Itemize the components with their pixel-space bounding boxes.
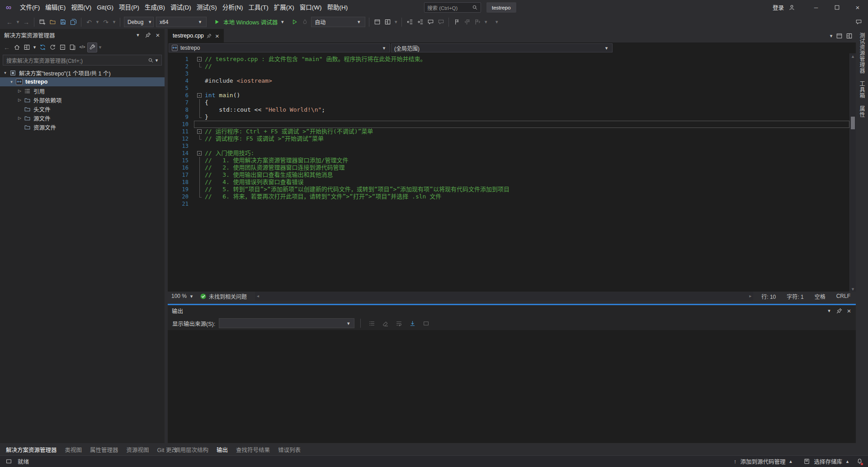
code-line[interactable]: 9} [168,113,849,121]
tree-expander-icon[interactable]: ▷ [16,98,23,102]
goto-message-icon[interactable] [367,318,377,328]
tree-expander-icon[interactable]: ▾ [8,80,15,84]
tree-item-1[interactable]: ▷引用 [0,86,165,95]
auto-target-dropdown[interactable]: 自动 ▾ [311,17,365,27]
properties-icon[interactable] [87,42,97,52]
bottom-tab-0[interactable]: 调用层次结构 [170,443,212,454]
menu-item-2[interactable]: 视图(V) [68,0,94,15]
code-line[interactable]: 21 [168,200,849,208]
scroll-left-icon[interactable]: ◂ [255,291,261,301]
quick-search-box[interactable]: 搜索 (Ctrl+Q) [424,2,481,13]
menu-item-7[interactable]: 测试(S) [194,0,220,15]
close-button[interactable]: × [847,0,868,15]
breadcrumb-scope-dropdown[interactable]: (全局范围) ▾ [391,43,613,52]
char-indicator[interactable]: 字符: 1 [781,292,809,300]
panel-tab-1[interactable]: 类视图 [61,443,86,454]
breadcrumb-project-dropdown[interactable]: ++ testrepo ▾ [169,43,390,52]
code-line[interactable]: 2// [168,63,849,70]
code-line[interactable]: 12// 调试程序: F5 或调试 >“开始调试”菜单 [168,135,849,142]
close-icon[interactable]: × [214,31,220,41]
panel-tab-2[interactable]: 属性管理器 [86,443,123,454]
spaces-indicator[interactable]: 空格 [809,292,831,300]
menu-item-11[interactable]: 窗口(W) [297,0,325,15]
code-line[interactable]: 18// 4. 使用错误列表窗口查看错误 [168,179,849,186]
code-line[interactable]: 14-// 入门使用技巧: [168,150,849,157]
fold-marker-icon[interactable]: - [194,92,205,99]
menu-item-5[interactable]: 生成(B) [142,0,168,15]
hot-reload-icon[interactable] [300,17,310,27]
code-line[interactable]: 16// 2. 使用团队资源管理器窗口连接到源代码管理 [168,164,849,171]
code-line[interactable]: 7{ [168,99,849,106]
solution-root-node[interactable]: ▾ 解决方案"testrepo"(1 个项目/共 1 个) [0,68,165,77]
sync-document-icon[interactable] [372,17,382,27]
menu-item-1[interactable]: 编辑(E) [42,0,68,15]
new-project-icon[interactable] [37,17,47,27]
pin-icon[interactable] [143,30,153,40]
more-options-icon[interactable] [844,31,854,41]
navigate-forward-icon[interactable]: → [21,17,31,27]
open-log-icon[interactable] [421,318,431,328]
vs-logo-icon[interactable]: ∞ [0,3,17,13]
switch-views-icon[interactable] [22,42,32,52]
clear-all-icon[interactable] [380,318,390,328]
code-editor[interactable]: 1-// testrepo.cpp : 此文件包含 "main" 函数。程序执行… [168,53,849,292]
configuration-dropdown[interactable]: Debug ▾ [124,17,154,27]
close-icon[interactable]: × [844,306,854,316]
panel-tab-3[interactable]: 资源视图 [123,443,153,454]
tree-item-4[interactable]: ▷源文件 [0,113,165,123]
output-content[interactable] [168,330,856,443]
code-line[interactable]: 10 [168,121,849,128]
toolbar-overflow-icon[interactable]: ▾ [483,17,489,27]
menu-item-9[interactable]: 工具(T) [246,0,271,15]
fold-marker-icon[interactable]: - [194,56,205,63]
indent-decrease-icon[interactable] [405,17,415,27]
horizontal-scrollbar[interactable]: ◂ ▸ [255,292,753,301]
menu-item-4[interactable]: 项目(P) [116,0,142,15]
code-line[interactable]: 4#include <iostream> [168,77,849,85]
uncomment-icon[interactable] [436,17,446,27]
platform-dropdown[interactable]: x64 ▾ [156,17,207,27]
menu-item-0[interactable]: 文件(F) [17,0,42,15]
navigate-back-icon[interactable]: ← [5,17,14,27]
maximize-button[interactable] [826,0,847,15]
autohide-tab-0[interactable]: 测试资源管理器 [858,33,866,74]
solution-search-input[interactable]: 搜索解决方案资源管理器(Ctrl+;) ▾ [3,55,162,66]
home-icon[interactable] [12,42,22,52]
code-line[interactable]: 17// 3. 使用输出窗口查看生成输出和其他消息 [168,171,849,179]
indent-increase-icon[interactable] [415,17,425,27]
pin-icon[interactable] [206,31,212,41]
tree-item-2[interactable]: ▷外部依赖项 [0,95,165,104]
split-window-icon[interactable] [834,31,844,41]
code-line[interactable]: 6-int main() [168,92,849,99]
code-line[interactable]: 13 [168,142,849,150]
code-line[interactable]: 20// 6. 将来，若要再次打开此项目，请转到“文件”>“打开”>“项目”并选… [168,193,849,200]
collapse-box-icon[interactable]: - [197,93,202,98]
fold-marker-icon[interactable]: - [194,128,205,135]
code-line[interactable]: 15// 1. 使用解决方案资源管理器窗口添加/管理文件 [168,157,849,164]
menu-item-8[interactable]: 分析(N) [220,0,246,15]
collapse-box-icon[interactable]: - [197,57,202,61]
start-without-debugging-icon[interactable] [289,17,299,27]
bottom-tab-3[interactable]: 错误列表 [274,443,305,454]
window-layout-dropdown-icon[interactable]: ▾ [393,17,399,27]
fold-marker-icon[interactable]: - [194,150,205,157]
feedback-icon[interactable] [854,17,863,27]
tree-expander-icon[interactable]: ▷ [16,116,23,120]
zoom-dropdown[interactable]: 100 % ▾ [168,291,198,301]
tree-item-0[interactable]: ▾++testrepo [0,77,165,86]
word-wrap-icon[interactable] [394,318,404,328]
close-icon[interactable]: × [153,30,163,40]
scroll-up-icon[interactable]: ▴ [850,53,856,59]
code-line[interactable]: 5 [168,85,849,92]
se-overflow-icon[interactable]: ▾ [97,42,103,52]
tree-expander-icon[interactable]: ▷ [16,89,23,93]
minimize-button[interactable]: ─ [806,0,826,15]
redo-icon[interactable]: ↷ [101,17,111,27]
code-line[interactable]: 1-// testrepo.cpp : 此文件包含 "main" 函数。程序执行… [168,56,849,63]
output-source-dropdown[interactable]: ▾ [219,318,354,328]
undo-dropdown-icon[interactable]: ▾ [94,17,100,27]
select-repository-button[interactable]: 选择存储库 ▴ [797,457,854,467]
scroll-right-icon[interactable]: ▸ [747,291,753,301]
document-list-icon[interactable]: ▾ [828,31,834,41]
tab-testrepo-cpp[interactable]: testrepo.cpp × [168,29,224,42]
